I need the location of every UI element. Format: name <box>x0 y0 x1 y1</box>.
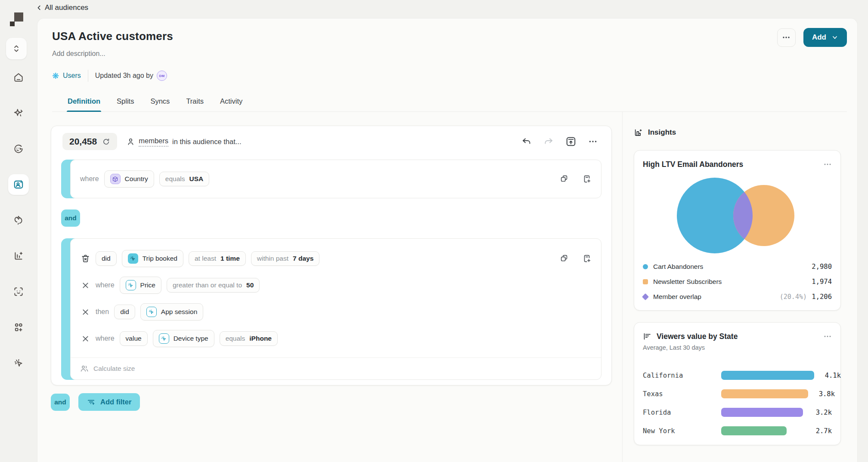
filter-plus-icon <box>87 398 95 406</box>
workspace-switcher[interactable] <box>6 38 27 59</box>
bar-row-california: California 4.1k <box>643 371 832 380</box>
trash-icon <box>81 254 90 264</box>
bar-fill <box>721 408 803 417</box>
cursor-sparkle-icon <box>13 357 24 369</box>
bar-label: California <box>643 372 717 379</box>
tab-splits[interactable]: Splits <box>116 95 135 111</box>
remove-condition-button[interactable] <box>80 308 90 316</box>
operator-label: greater than or equal to <box>173 281 242 289</box>
redo-button[interactable] <box>543 136 554 147</box>
trait-cube-icon <box>110 174 121 184</box>
remove-condition-button[interactable] <box>80 335 90 343</box>
bars-card-subtitle: Average, Last 30 days <box>643 344 832 351</box>
tab-definition[interactable]: Definition <box>67 95 101 111</box>
attribute-pill-country[interactable]: Country <box>104 170 154 188</box>
event-cursor-icon <box>126 280 136 290</box>
archive-up-icon <box>565 136 577 147</box>
window-pill[interactable]: within past 7 days <box>251 251 320 266</box>
source-link[interactable]: ❋ Users <box>52 72 81 80</box>
frequency-pill[interactable]: at least 1 time <box>189 251 246 266</box>
event-label: App session <box>161 308 197 316</box>
sidebar-item-actions[interactable] <box>8 353 29 373</box>
legend-marker-circle <box>643 264 648 269</box>
connector-where: where <box>96 335 115 342</box>
query-header: 20,458 members in this audience that... <box>51 126 611 156</box>
face-scan-icon <box>13 286 24 297</box>
bar-value: 2.7k <box>809 427 832 435</box>
page-header: USA Active customers Add description... … <box>37 18 857 112</box>
note-plus-icon <box>582 254 592 263</box>
query-actions <box>521 136 600 147</box>
add-filter-button[interactable]: Add filter <box>78 393 140 411</box>
page-more-button[interactable] <box>777 28 796 47</box>
venn-card-more-button[interactable] <box>823 160 832 169</box>
legend-marker-diamond <box>642 293 649 300</box>
description-placeholder[interactable]: Add description... <box>52 50 847 58</box>
refresh-button[interactable] <box>102 138 110 146</box>
bars-card-more-button[interactable] <box>823 332 832 341</box>
property-pill-price[interactable]: Price <box>120 277 161 294</box>
sidebar-item-home[interactable] <box>8 67 29 88</box>
sidebar-item-profiles[interactable] <box>8 281 29 302</box>
value-pill[interactable]: value <box>120 331 148 346</box>
remove-condition-button[interactable] <box>80 281 90 290</box>
sidebar-item-journeys[interactable] <box>8 139 29 159</box>
delete-group-button[interactable] <box>80 254 90 264</box>
operator-pill-equals-iphone[interactable]: equals iPhone <box>220 331 278 346</box>
legend-row-member-overlap: Member overlap (20.4%) 1,206 <box>643 293 832 301</box>
updated-info: Updated 3h ago by DM <box>95 71 167 81</box>
logo-square-large <box>14 12 23 22</box>
updated-text: Updated 3h ago by <box>95 72 153 80</box>
undo-button[interactable] <box>521 136 532 147</box>
property-pill-device-type[interactable]: Device type <box>153 330 214 347</box>
and-connector-chip[interactable]: and <box>61 209 80 227</box>
header-actions: Add <box>777 28 847 47</box>
verb-pill-did[interactable]: did <box>114 305 135 319</box>
tab-activity[interactable]: Activity <box>219 95 243 111</box>
operator-value: 50 <box>246 281 254 289</box>
event-cursor-icon <box>159 333 169 344</box>
bar-label: Texas <box>643 390 717 398</box>
operator-pill-equals-usa[interactable]: equals USA <box>159 172 209 186</box>
duplicate-add-button[interactable] <box>582 174 592 184</box>
bar-track <box>721 408 805 417</box>
copy-group-button[interactable] <box>560 174 569 184</box>
duplicate-add-button[interactable] <box>582 254 592 263</box>
sidebar-item-sync[interactable] <box>8 210 29 231</box>
and-connector-chip[interactable]: and <box>51 394 70 411</box>
audience-card-icon <box>13 179 24 190</box>
calculate-size-button[interactable]: Calculate size <box>71 357 601 379</box>
breadcrumb[interactable]: All audiences <box>36 3 88 12</box>
legend-marker-square <box>643 279 648 284</box>
tab-syncs[interactable]: Syncs <box>149 95 170 111</box>
shapes-plus-icon <box>13 322 24 333</box>
bars-card-title: Viewers value by State <box>657 332 738 341</box>
members-link[interactable]: members <box>139 137 168 147</box>
add-button-label: Add <box>812 33 826 42</box>
verb-pill-did[interactable]: did <box>96 251 117 266</box>
add-button[interactable]: Add <box>803 28 847 47</box>
people-icon <box>80 364 89 373</box>
app-logo <box>7 11 28 28</box>
venn-diagram <box>643 174 832 257</box>
avatar[interactable]: DM <box>157 71 167 81</box>
save-version-button[interactable] <box>565 136 577 147</box>
redo-icon <box>543 136 554 147</box>
ellipsis-icon <box>782 33 790 42</box>
sidebar-item-integrations[interactable] <box>8 317 29 338</box>
window-operator: within past <box>257 255 288 262</box>
event-pill-trip-booked[interactable]: Trip booked <box>122 250 183 267</box>
definition-panel: 20,458 members in this audience that... <box>37 112 622 462</box>
sidebar-item-assistant[interactable] <box>8 103 29 123</box>
sidebar-item-audiences[interactable] <box>8 174 29 195</box>
copy-group-button[interactable] <box>560 254 569 263</box>
event-pill-app-session[interactable]: App session <box>140 303 203 320</box>
operator-pill-gte-50[interactable]: greater than or equal to 50 <box>167 278 260 293</box>
tab-traits[interactable]: Traits <box>185 95 205 111</box>
loop-sparkle-icon <box>13 215 24 226</box>
sidebar-item-analytics[interactable] <box>8 246 29 266</box>
query-builder-card: 20,458 members in this audience that... <box>51 126 612 385</box>
logo-square-small <box>10 22 15 26</box>
query-more-button[interactable] <box>588 137 598 146</box>
legend-percent: (20.4%) <box>780 293 807 301</box>
